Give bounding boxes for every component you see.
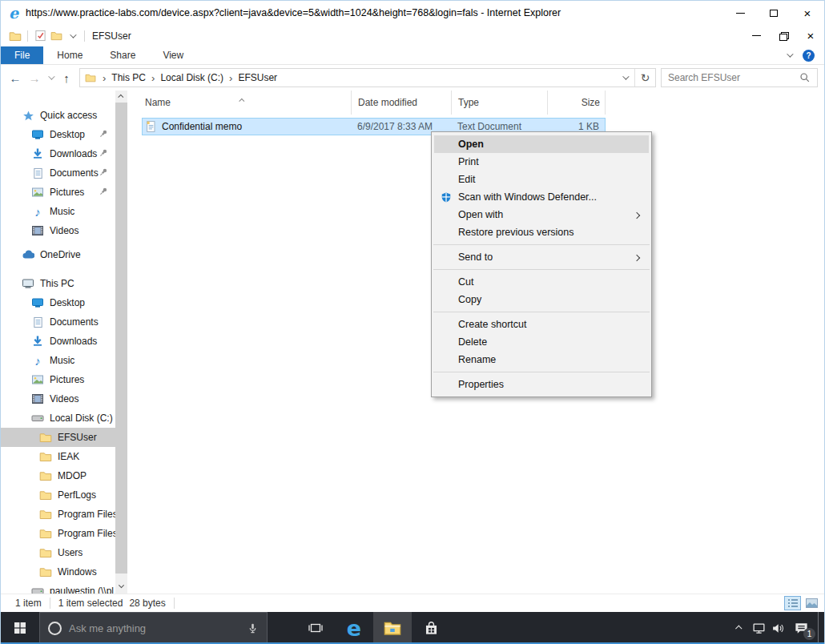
sidebar-item-pc-music[interactable]: ♪Music bbox=[1, 351, 115, 370]
sidebar-item-music[interactable]: ♪Music bbox=[1, 202, 115, 221]
ie-minimize-button[interactable] bbox=[723, 1, 757, 25]
details-view-button[interactable] bbox=[784, 596, 801, 610]
tab-share[interactable]: Share bbox=[96, 46, 149, 64]
qat-properties-button[interactable] bbox=[32, 28, 48, 44]
explorer-restore-button[interactable] bbox=[770, 25, 797, 46]
scrollbar-thumb[interactable] bbox=[115, 103, 127, 574]
back-button[interactable]: ← bbox=[6, 68, 25, 87]
sidebar-item-mdop[interactable]: MDOP bbox=[1, 466, 115, 485]
start-button[interactable] bbox=[1, 612, 39, 644]
breadcrumb[interactable]: › This PC › Local Disk (C:) › EFSUser ↻ bbox=[79, 68, 656, 87]
tab-view[interactable]: View bbox=[149, 46, 197, 64]
ie-close-button[interactable]: × bbox=[791, 1, 824, 25]
menu-item-delete[interactable]: Delete bbox=[434, 333, 649, 351]
ie-titlebar: e https://www.practice-labs.com/device.a… bbox=[1, 1, 824, 25]
large-icons-view-button[interactable] bbox=[803, 596, 820, 610]
column-header-date-modified[interactable]: Date modified bbox=[352, 91, 452, 115]
breadcrumb-local-disk[interactable]: Local Disk (C:) bbox=[157, 72, 227, 83]
recent-locations-button[interactable] bbox=[44, 68, 57, 87]
explorer-close-button[interactable]: × bbox=[797, 25, 824, 46]
hard-drive-icon bbox=[31, 412, 44, 425]
ribbon-expand-icon[interactable] bbox=[787, 50, 793, 57]
column-header-type[interactable]: Type bbox=[452, 91, 548, 115]
tab-file[interactable]: File bbox=[1, 46, 43, 64]
explorer-minimize-button[interactable] bbox=[742, 25, 770, 46]
sidebar-item-ieak[interactable]: IEAK bbox=[1, 447, 115, 466]
breadcrumb-this-pc[interactable]: This PC bbox=[108, 72, 149, 83]
menu-item-open-with[interactable]: Open with bbox=[434, 206, 649, 223]
qat-new-folder-button[interactable] bbox=[48, 28, 64, 44]
submenu-arrow-icon bbox=[634, 252, 639, 263]
sidebar-item-videos[interactable]: Videos bbox=[1, 221, 115, 240]
store-taskbar-button[interactable] bbox=[412, 612, 450, 644]
taskbar-search-input[interactable]: Ask me anything bbox=[39, 612, 268, 644]
sidebar-item-windows[interactable]: Windows bbox=[1, 562, 115, 582]
breadcrumb-separator: › bbox=[100, 72, 108, 84]
menu-item-rename[interactable]: Rename bbox=[434, 351, 649, 368]
action-center-button[interactable]: 1 bbox=[787, 612, 815, 644]
ie-window-controls: × bbox=[723, 1, 824, 25]
taskbar: Ask me anything e 1 bbox=[1, 612, 824, 644]
menu-item-print[interactable]: Print bbox=[434, 153, 649, 171]
forward-button[interactable]: → bbox=[25, 68, 44, 87]
folder-icon bbox=[85, 72, 96, 83]
task-view-button[interactable] bbox=[296, 612, 335, 644]
sidebar-item-documents[interactable]: Documents bbox=[1, 163, 115, 183]
menu-separator bbox=[433, 269, 650, 270]
ie-maximize-button[interactable] bbox=[757, 1, 791, 25]
hidden-icons-button[interactable] bbox=[730, 612, 749, 644]
sidebar-item-pc-downloads[interactable]: Downloads bbox=[1, 332, 115, 351]
sidebar-item-desktop[interactable]: Desktop bbox=[1, 125, 115, 144]
network-tray-button[interactable] bbox=[749, 612, 768, 644]
menu-item-cut[interactable]: Cut bbox=[434, 273, 649, 291]
sidebar-scrollbar[interactable] bbox=[115, 91, 127, 594]
sidebar-item-onedrive[interactable]: OneDrive bbox=[1, 245, 115, 264]
volume-tray-button[interactable] bbox=[768, 612, 787, 644]
refresh-button[interactable]: ↻ bbox=[634, 69, 655, 87]
show-desktop-divider[interactable] bbox=[818, 612, 819, 644]
menu-item-copy[interactable]: Copy bbox=[434, 291, 649, 308]
menu-item-open[interactable]: Open bbox=[434, 135, 649, 153]
sidebar-item-local-disk[interactable]: Local Disk (C:) bbox=[1, 409, 115, 428]
menu-item-create-shortcut[interactable]: Create shortcut bbox=[434, 316, 649, 333]
column-header-size[interactable]: Size bbox=[548, 91, 606, 115]
address-dropdown-button[interactable] bbox=[615, 69, 634, 87]
sidebar-item-efsuser[interactable]: EFSUser bbox=[1, 428, 115, 447]
sidebar-item-program-files[interactable]: Program Files bbox=[1, 505, 115, 524]
up-button[interactable]: ↑ bbox=[57, 68, 76, 87]
search-input[interactable]: Search EFSUser bbox=[661, 68, 818, 87]
menu-item-scan-with-windows-defender[interactable]: Scan with Windows Defender... bbox=[434, 188, 649, 206]
menu-item-edit[interactable]: Edit bbox=[434, 171, 649, 188]
ie-window-title: https://www.practice-labs.com/device.asp… bbox=[26, 7, 723, 18]
pin-icon bbox=[99, 129, 108, 141]
sidebar-item-pictures[interactable]: Pictures bbox=[1, 183, 115, 202]
sidebar-item-this-pc[interactable]: This PC bbox=[1, 274, 115, 293]
folder-icon bbox=[39, 450, 52, 463]
column-header-name[interactable]: Name bbox=[142, 91, 352, 115]
search-icon bbox=[799, 72, 811, 83]
scrollbar-up-arrow[interactable] bbox=[115, 91, 127, 103]
sidebar-item-program-files-x86[interactable]: Program Files ( bbox=[1, 524, 115, 543]
sidebar-item-pc-desktop[interactable]: Desktop bbox=[1, 293, 115, 312]
sidebar-item-quick-access[interactable]: Quick access bbox=[1, 106, 115, 125]
qat-customize-button[interactable] bbox=[64, 28, 80, 44]
sidebar-item-perflogs[interactable]: PerfLogs bbox=[1, 485, 115, 505]
sidebar-item-pc-pictures[interactable]: Pictures bbox=[1, 370, 115, 389]
breadcrumb-efsuser[interactable]: EFSUser bbox=[235, 72, 280, 83]
tab-home[interactable]: Home bbox=[43, 46, 96, 64]
sidebar-item-pc-videos[interactable]: Videos bbox=[1, 389, 115, 409]
sidebar-item-pc-documents[interactable]: Documents bbox=[1, 312, 115, 332]
scrollbar-down-arrow[interactable] bbox=[115, 582, 127, 594]
menu-item-restore-previous-versions[interactable]: Restore previous versions bbox=[434, 223, 649, 241]
help-button[interactable]: ? bbox=[803, 50, 815, 62]
file-explorer-taskbar-button[interactable] bbox=[373, 612, 412, 644]
microphone-icon[interactable] bbox=[247, 622, 259, 634]
sidebar-item-paulwestin-network[interactable]: paulwestin (\\pl bbox=[1, 582, 115, 594]
edge-taskbar-button[interactable]: e bbox=[335, 612, 373, 644]
sidebar-item-users[interactable]: Users bbox=[1, 543, 115, 562]
menu-item-send-to[interactable]: Send to bbox=[434, 248, 649, 266]
sidebar-item-downloads[interactable]: Downloads bbox=[1, 144, 115, 163]
menu-item-properties[interactable]: Properties bbox=[434, 376, 649, 393]
minimize-icon bbox=[752, 35, 761, 36]
remote-desktop-screen: e https://www.practice-labs.com/device.a… bbox=[0, 0, 825, 644]
